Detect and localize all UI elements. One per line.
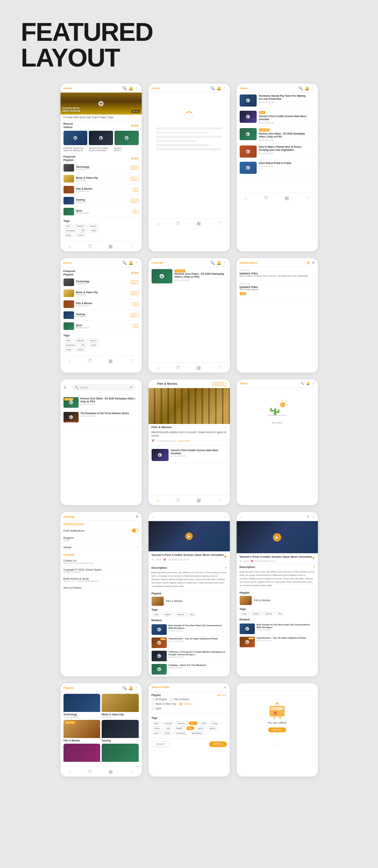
fav-icon[interactable]: ♥ [312,555,314,560]
close-icon[interactable]: ✕ [312,261,315,265]
bell-icon[interactable]: 🔔 [217,261,221,265]
nav-home-icon[interactable]: ⌂ [156,221,159,226]
nav-home-icon[interactable]: ⌂ [68,244,71,249]
apply-btn[interactable]: APPLY [209,741,226,747]
tag-food[interactable]: food [89,229,99,232]
search-icon[interactable]: 🔍 [122,261,127,265]
play-button[interactable]: ▶ [185,532,193,540]
nav-heart-icon[interactable]: ♡ [129,244,133,249]
list-item[interactable]: 05 Oct 18 Updated Video How to Make a Pl… [237,267,318,280]
nav-grid-icon[interactable]: ▦ [108,769,113,774]
nav-heart-icon[interactable]: ♡ [217,365,222,370]
delete-icon[interactable]: 🗑 [307,261,310,265]
tag-tech[interactable]: tech [64,224,73,228]
list-item[interactable]: ▶ NEW Venom's Post Credits Scenes Have B… [237,109,318,126]
tag-song[interactable]: song [209,721,220,725]
tag-diy[interactable]: DIY [79,229,88,232]
nav-grid-icon[interactable]: ▦ [197,365,201,370]
nav-heart-icon[interactable]: ♡ [217,221,222,226]
play-button[interactable]: ▶ [273,533,281,542]
search-icon[interactable]: 🔍 [210,261,215,265]
list-item[interactable]: Music & Video Clip 2019/10/01 share [64,173,139,184]
share-btn[interactable]: share [130,280,139,284]
list-item[interactable]: 04 Oct 18 Updated Video Test Dream Space… [237,280,318,298]
tag[interactable]: movie [250,612,262,616]
list-item[interactable]: ▶ Facebook Should Pay Taxes For Making U… [237,93,318,109]
tag-tutorial[interactable]: tutorial [74,224,86,228]
list-item[interactable]: ▶ How to Make a Planter Box at Home | Gr… [237,144,318,160]
menu-icon[interactable]: ⋮ [223,261,227,265]
tag-viral[interactable]: viral [152,613,161,616]
bell-icon[interactable]: 🔔 [129,686,133,690]
radio-all-playlist[interactable]: All Playlist [152,698,167,701]
bell-icon[interactable]: 🔔 [129,261,133,265]
list-item[interactable]: ▶ FEATURE Horizon Zero Dawn - E3 2016 Ga… [60,395,142,410]
search-input[interactable]: horizon [80,386,128,389]
list-item[interactable]: Technology 2019/10/03 share [64,162,139,173]
fav-btn[interactable]: fav [132,188,139,192]
back-icon[interactable]: ← [152,514,155,518]
list-item[interactable]: Music & Video Clip 02 Oct 18... [102,694,139,718]
bell-icon[interactable]: 🔔 [217,86,221,90]
radio-sport[interactable]: Sport [152,707,162,710]
share-btn[interactable]: share [130,166,139,170]
toggle-on[interactable] [132,529,139,532]
nav-clock-icon[interactable]: ⏱ [88,358,92,364]
nav-clock-icon[interactable]: ⏱ [88,244,92,249]
tag[interactable]: movie [75,348,86,351]
menu-icon[interactable]: ⋮ [311,86,315,90]
menu-icon[interactable]: ⋮ [311,515,315,518]
see-all-btn[interactable]: SEE ALL [217,694,226,696]
list-item[interactable]: ▶ NEW Transformers - Top 10 Fights (Opti… [152,636,227,650]
settings-vibrate[interactable]: Vibrate ✓ [60,544,142,551]
list-item[interactable]: Film & Movies 2019/09/28.24 fav [64,299,139,310]
tag-sport[interactable]: sport [195,726,206,730]
grid-icon[interactable]: ⊞ [64,385,67,389]
radio-gaming[interactable]: Gaming [179,702,192,706]
radio-music[interactable]: Music & Video Clip [152,702,176,706]
settings-terms[interactable]: Term & Policies [60,585,142,591]
tag[interactable]: song [64,348,74,351]
tag-diy[interactable]: DIY [189,721,198,725]
bell-icon[interactable]: 🔔 [305,86,309,90]
expand-icon[interactable]: ▾ [313,565,315,569]
playlist-more-btn[interactable]: MORE [131,157,139,160]
menu-dots[interactable]: ⋮ [311,111,315,114]
nav-clock-icon[interactable]: ⏱ [88,769,92,774]
feature-btn[interactable]: FEATURE [212,382,227,386]
tag-tutorial[interactable]: tutorial [162,721,174,725]
tag-movie[interactable]: movie [75,233,86,237]
retry-btn[interactable]: RETRY [268,727,286,732]
tag-food[interactable]: food [199,721,209,725]
nav-home-icon[interactable]: ⌂ [156,498,159,503]
nav-grid-icon[interactable]: ▦ [285,195,289,201]
menu-icon[interactable]: ⋮ [135,261,139,265]
settings-contact[interactable]: Contact Us dev.dream.space@gmail.com [60,557,142,566]
tag-howto[interactable]: how to [87,224,99,228]
tag[interactable]: tutorial [74,339,86,342]
radio-film[interactable]: Film & Movies [170,698,189,701]
list-item[interactable]: ▶ New Google AI Can Have Real Life Conve… [152,623,227,636]
tag-song[interactable]: song [64,233,74,237]
nav-heart-icon[interactable]: ♡ [217,498,222,503]
nav-clock-icon[interactable]: ⏱ [176,365,180,370]
hero-play-btn[interactable]: ▶ [98,101,104,106]
tag[interactable]: food [89,343,99,347]
fav-icon[interactable]: ♡ [225,426,227,429]
list-item[interactable]: Film & Movies 2019/09/28.24 fav [64,184,139,195]
menu-dots-icon[interactable]: ⋮ [223,515,227,518]
tag-economy[interactable]: economy [174,731,188,735]
tag[interactable]: DIY [79,343,88,347]
list-item[interactable]: Gaming 2019/08.25 share [64,310,139,321]
list-item[interactable]: Technology 02 Oct 18 10:53 [64,694,101,718]
tag-gameplay[interactable]: gameplay [189,731,204,735]
menu-icon[interactable]: ⋮ [312,382,315,385]
search-icon[interactable]: 🔍 [122,686,127,690]
fav-btn[interactable]: fav [132,324,139,328]
back-arrow-icon[interactable]: ← [152,382,155,386]
share-btn[interactable]: share [130,177,139,181]
nav-home-icon[interactable]: ⌂ [68,358,71,364]
list-item[interactable]: ▶ Heart Attack Prank In Public 04 Oct 18… [237,160,318,176]
list-item[interactable]: ▶ NEW Transformers - Top 10 Fights (Opti… [240,636,315,648]
tag[interactable]: business [64,343,78,347]
